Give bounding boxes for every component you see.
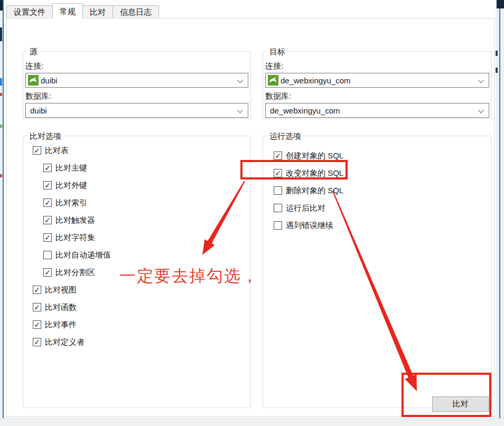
target-connection-label: 连接: — [265, 61, 491, 71]
checkbox-row: ✓比对分割区 — [43, 267, 250, 278]
checkbox-label: 创建对象的 SQL — [286, 151, 343, 161]
checkbox-label: 比对表 — [45, 146, 69, 156]
run-options-groupbox: 运行选项 ✓创建对象的 SQL✓改变对象的 SQL删除对象的 SQL运行后比对遇… — [263, 136, 492, 408]
left-edge-mark — [0, 27, 2, 41]
source-groupbox: 源 连接: duibi 数据库: duibi — [23, 51, 251, 119]
compare-button[interactable]: 比对 — [432, 396, 489, 412]
checkbox-checked[interactable]: ✓ — [33, 286, 41, 294]
mysql-connection-icon — [28, 75, 39, 86]
checkbox-label: 比对触发器 — [55, 215, 95, 225]
checkbox-checked[interactable]: ✓ — [33, 320, 41, 329]
checkbox-checked[interactable]: ✓ — [43, 233, 52, 242]
checkbox-unchecked[interactable] — [43, 251, 52, 259]
checkbox-checked[interactable]: ✓ — [43, 181, 52, 190]
checkbox-label: 比对索引 — [55, 198, 87, 208]
checkbox-checked[interactable]: ✓ — [43, 268, 52, 277]
tab-2[interactable]: 比对 — [82, 5, 113, 18]
checkbox-checked[interactable]: ✓ — [33, 338, 41, 346]
database-compare-dialog: 设置文件常规比对信息日志 源 连接: duibi 数据库: duibi 目标 — [0, 0, 504, 426]
checkbox-checked[interactable]: ✓ — [274, 152, 282, 160]
checkbox-row: ✓比对触发器 — [43, 214, 250, 226]
left-edge-mark — [0, 174, 2, 177]
left-edge-mark — [0, 78, 2, 86]
checkbox-label: 遇到错误继续 — [286, 221, 333, 231]
checkbox-label: 删除对象的 SQL — [286, 186, 343, 196]
run-options-title: 运行选项 — [267, 131, 303, 141]
tab-3[interactable]: 信息日志 — [113, 5, 159, 18]
checkbox-checked[interactable]: ✓ — [43, 216, 52, 224]
tab-1[interactable]: 常规 — [52, 3, 83, 18]
checkbox-label: 比对视图 — [45, 285, 77, 295]
checkbox-label: 比对主键 — [55, 163, 87, 173]
checkbox-label: 比对分割区 — [55, 268, 95, 278]
mysql-connection-icon — [268, 75, 278, 86]
checkbox-row: ✓比对索引 — [43, 197, 250, 209]
chevron-down-icon — [237, 107, 243, 113]
checkbox-row: 遇到错误继续 — [274, 220, 491, 231]
checkbox-row: ✓比对主键 — [43, 162, 250, 174]
target-connection-select[interactable]: de_webxingyu_com — [265, 73, 489, 88]
source-database-value: duibi — [30, 106, 47, 115]
checkbox-row: ✓改变对象的 SQL — [274, 167, 491, 179]
checkbox-row: 运行后比对 — [274, 202, 491, 214]
checkbox-checked[interactable]: ✓ — [43, 198, 52, 207]
right-edge-blue-line — [499, 0, 500, 418]
right-edge-mark — [496, 51, 498, 56]
checkbox-label: 比对事件 — [45, 320, 77, 330]
checkbox-label: 运行后比对 — [286, 203, 325, 213]
source-connection-value: duibi — [41, 76, 58, 85]
compare-options-title: 比对选项 — [27, 131, 63, 141]
checkbox-row: ✓比对字符集 — [43, 232, 250, 243]
chevron-down-icon — [237, 77, 243, 83]
source-connection-label: 连接: — [25, 61, 250, 71]
tab-bar: 设置文件常规比对信息日志 — [6, 3, 158, 18]
checkbox-row: ✓创建对象的 SQL — [274, 150, 491, 162]
checkbox-checked[interactable]: ✓ — [33, 146, 41, 155]
checkbox-row: ✓比对外键 — [43, 179, 250, 191]
run-options-list: ✓创建对象的 SQL✓改变对象的 SQL删除对象的 SQL运行后比对遇到错误继续 — [263, 150, 491, 231]
target-connection-value: de_webxingyu_com — [281, 76, 351, 85]
background-right-edge — [496, 0, 504, 418]
source-group-title: 源 — [27, 46, 40, 56]
checkbox-row: ✓比对视图 — [33, 284, 250, 296]
background-left-edge — [0, 0, 4, 418]
right-edge-mark — [496, 68, 498, 73]
checkbox-label: 比对自动递增值 — [55, 250, 111, 260]
checkbox-label: 比对外键 — [55, 181, 87, 191]
checkbox-checked[interactable]: ✓ — [274, 169, 282, 177]
checkbox-checked[interactable]: ✓ — [43, 164, 52, 172]
checkbox-unchecked[interactable] — [274, 221, 282, 230]
checkbox-row: ✓比对函数 — [33, 301, 250, 313]
tab-0[interactable]: 设置文件 — [6, 5, 53, 18]
checkbox-row: ✓比对表 — [33, 145, 250, 156]
compare-options-list: ✓比对表✓比对主键✓比对外键✓比对索引✓比对触发器✓比对字符集比对自动递增值✓比… — [23, 145, 250, 348]
target-database-value: de_webxingyu_com — [270, 106, 340, 115]
source-connection-select[interactable]: duibi — [25, 73, 248, 88]
right-edge-dark-block — [497, 0, 504, 8]
checkbox-unchecked[interactable] — [274, 186, 282, 195]
chevron-down-icon — [478, 77, 484, 83]
checkbox-label: 比对函数 — [45, 302, 77, 313]
left-edge-mark — [0, 93, 2, 96]
checkbox-row: ✓比对事件 — [33, 319, 250, 330]
tab-page-general: 源 连接: duibi 数据库: duibi 目标 连接: — [6, 18, 494, 417]
left-edge-dark-block — [0, 0, 3, 11]
left-edge-mark — [0, 125, 2, 128]
checkbox-row: 比对自动递增值 — [43, 249, 250, 261]
checkbox-label: 改变对象的 SQL — [286, 168, 343, 178]
target-database-label: 数据库: — [265, 91, 491, 101]
checkbox-label: 比对定义者 — [45, 337, 85, 347]
checkbox-unchecked[interactable] — [274, 204, 282, 212]
checkbox-checked[interactable]: ✓ — [33, 303, 41, 311]
checkbox-row: ✓比对定义者 — [33, 336, 250, 348]
left-edge-blue-line — [3, 0, 4, 418]
target-groupbox: 目标 连接: de_webxingyu_com 数据库: de_webxingy… — [263, 51, 492, 119]
compare-options-groupbox: 比对选项 ✓比对表✓比对主键✓比对外键✓比对索引✓比对触发器✓比对字符集比对自动… — [23, 136, 251, 408]
checkbox-label: 比对字符集 — [55, 233, 95, 243]
target-database-select[interactable]: de_webxingyu_com — [265, 103, 489, 118]
bottom-bar — [0, 418, 504, 426]
source-database-select[interactable]: duibi — [25, 103, 248, 118]
source-database-label: 数据库: — [25, 91, 250, 101]
target-group-title: 目标 — [267, 46, 287, 56]
checkbox-row: 删除对象的 SQL — [274, 185, 491, 196]
